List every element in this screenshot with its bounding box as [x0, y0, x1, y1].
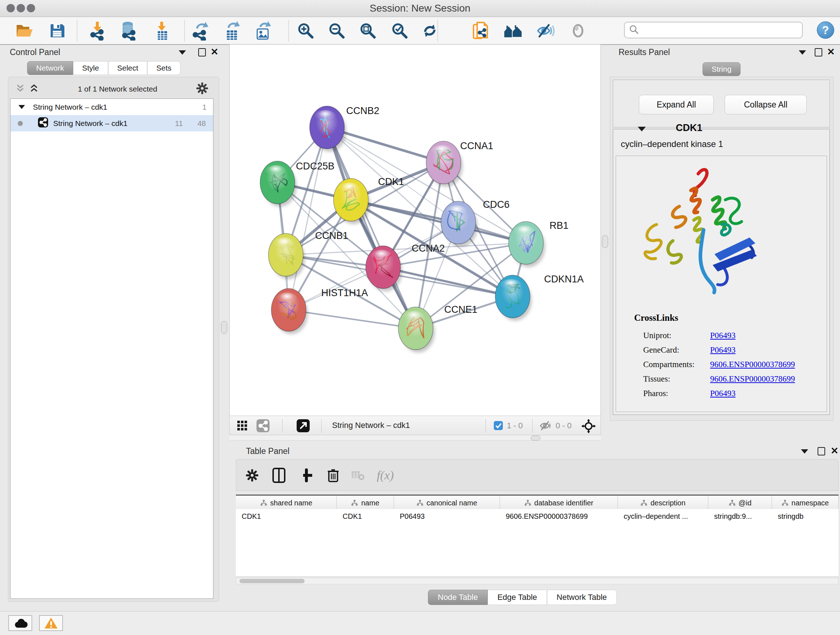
network-edge-CCNB2-HIST1H1A[interactable] [289, 127, 327, 310]
crosslink-link[interactable]: P06493 [710, 345, 736, 355]
copy-documents-icon[interactable] [470, 21, 491, 41]
expand-all-icon[interactable] [29, 84, 39, 95]
column-header-shared-name[interactable]: shared name [236, 496, 337, 510]
network-node-CCNB1[interactable] [268, 233, 305, 279]
export-table-icon[interactable] [221, 21, 242, 41]
panel-menu-icon[interactable] [179, 50, 186, 55]
collapse-all-button[interactable]: Collapse All [725, 95, 807, 114]
column-header-namespace[interactable]: namespace [772, 496, 838, 510]
network-tree-row[interactable]: String Network – cdk11148 [11, 115, 213, 131]
import-table-icon[interactable] [152, 21, 172, 41]
tab-sets[interactable]: Sets [147, 61, 180, 75]
open-in-browser-icon[interactable] [297, 419, 309, 434]
tab-string[interactable]: String [703, 62, 741, 76]
cell--id[interactable]: stringdb:9... [708, 509, 772, 524]
search-box[interactable] [624, 22, 803, 38]
panel-float-icon[interactable] [198, 48, 206, 57]
network-tree-row[interactable]: String Network – cdk11 [11, 99, 213, 115]
network-node-CDK1[interactable] [333, 179, 370, 224]
column-header-canonical-name[interactable]: canonical name [394, 496, 500, 510]
hide-eye-icon[interactable] [535, 21, 556, 41]
entry-collapse-icon[interactable] [638, 127, 646, 131]
network-node-CDC6[interactable] [441, 201, 477, 247]
zoom-selected-icon[interactable] [390, 21, 410, 41]
homes-icon[interactable] [503, 21, 523, 41]
panel-float-icon[interactable] [815, 48, 822, 57]
panel-divider-handle[interactable] [221, 321, 227, 334]
cell-shared-name[interactable]: CDK1 [236, 509, 337, 524]
cloud-status-icon[interactable] [8, 615, 32, 631]
panel-close-icon[interactable]: ✕ [831, 447, 838, 454]
tab-edge-table[interactable]: Edge Table [488, 590, 547, 605]
column-header-database-identifier[interactable]: database identifier [500, 496, 618, 510]
network-node-CCNA1[interactable] [426, 141, 463, 187]
birdseye-grid-icon[interactable] [237, 420, 248, 432]
network-edge-CCNA2-CDKN1A[interactable] [383, 267, 513, 296]
panel-float-icon[interactable] [818, 447, 825, 455]
panel-menu-icon[interactable] [799, 50, 806, 55]
crosslink-link[interactable]: 9606.ENSP00000378699 [710, 374, 795, 384]
footer-separator [282, 419, 283, 432]
network-node-RB1[interactable] [508, 222, 545, 267]
column-header-description[interactable]: description [618, 496, 708, 510]
import-network-icon[interactable] [88, 21, 108, 41]
panel-menu-icon[interactable] [801, 449, 808, 454]
table-hscrollbar[interactable] [236, 578, 838, 584]
export-network-icon[interactable] [190, 21, 210, 41]
zoom-out-icon[interactable] [327, 21, 347, 41]
cell-namespace[interactable]: stringdb [772, 509, 838, 524]
tab-select[interactable]: Select [108, 61, 147, 75]
delete-column-icon[interactable] [325, 467, 341, 484]
selected-checkbox-icon[interactable] [494, 421, 503, 432]
table-row[interactable]: CDK1CDK1P064939606.ENSP00000378699cyclin… [236, 509, 838, 524]
crosslink-link[interactable]: P06493 [710, 331, 736, 340]
save-icon[interactable] [47, 21, 67, 41]
tab-network[interactable]: Network [27, 61, 73, 75]
network-node-HIST1H1A[interactable] [271, 288, 308, 334]
show-columns-icon[interactable] [271, 467, 287, 484]
refresh-icon[interactable] [420, 21, 440, 41]
help-icon[interactable]: ? [817, 21, 834, 39]
search-input[interactable] [641, 25, 802, 35]
panel-close-icon[interactable]: ✕ [210, 48, 218, 55]
horizontal-divider-handle[interactable] [531, 435, 540, 440]
zoom-in-icon[interactable] [295, 21, 316, 41]
hidden-eye-icon[interactable] [539, 421, 552, 432]
network-node-CCNA2[interactable] [366, 246, 402, 291]
cell-canonical-name[interactable]: P06493 [394, 509, 500, 524]
network-node-CDKN1A[interactable] [495, 275, 532, 321]
collapse-all-icon[interactable] [15, 84, 25, 95]
eye-icon[interactable] [568, 21, 588, 41]
column-header--id[interactable]: @id [708, 496, 772, 510]
import-database-icon[interactable] [118, 21, 139, 41]
open-folder-icon[interactable] [14, 21, 35, 41]
gear-icon[interactable] [244, 467, 261, 484]
network-overview-icon[interactable] [256, 419, 270, 434]
tree-expand-icon[interactable] [19, 105, 25, 109]
network-node-CCNE1[interactable] [398, 307, 435, 353]
delete-table-icon[interactable] [349, 467, 366, 484]
gear-icon[interactable] [196, 82, 208, 96]
tab-style[interactable]: Style [73, 61, 108, 75]
zoom-fit-icon[interactable] [358, 21, 378, 41]
tab-node-table[interactable]: Node Table [428, 590, 488, 605]
table-hscrollbar-thumb[interactable] [240, 579, 305, 583]
expand-all-button[interactable]: Expand All [639, 95, 714, 114]
fit-selected-crosshair-icon[interactable] [581, 419, 596, 435]
function-builder-icon[interactable]: f(x) [377, 467, 393, 484]
tab-network-table[interactable]: Network Table [547, 590, 617, 605]
warning-icon[interactable] [39, 615, 63, 631]
add-column-icon[interactable] [298, 467, 315, 484]
crosslink-link[interactable]: 9606.ENSP00000378699 [710, 360, 795, 369]
cell-description[interactable]: cyclin–dependent ... [618, 509, 708, 524]
crosslink-link[interactable]: P06493 [710, 389, 736, 398]
crosslink-label: Tissues: [643, 374, 710, 384]
network-view-canvas[interactable]: CCNB2CCNA1CDC25BCDK1CDC6RB1CCNB1CCNA2CDK… [229, 44, 601, 416]
cell-database-identifier[interactable]: 9606.ENSP00000378699 [500, 509, 618, 524]
column-type-icon [640, 499, 647, 507]
export-image-icon[interactable] [253, 21, 273, 41]
panel-close-icon[interactable]: ✕ [827, 48, 835, 55]
column-header-name[interactable]: name [337, 496, 394, 510]
cell-name[interactable]: CDK1 [337, 509, 394, 524]
network-node-CCNB2[interactable] [309, 106, 346, 152]
